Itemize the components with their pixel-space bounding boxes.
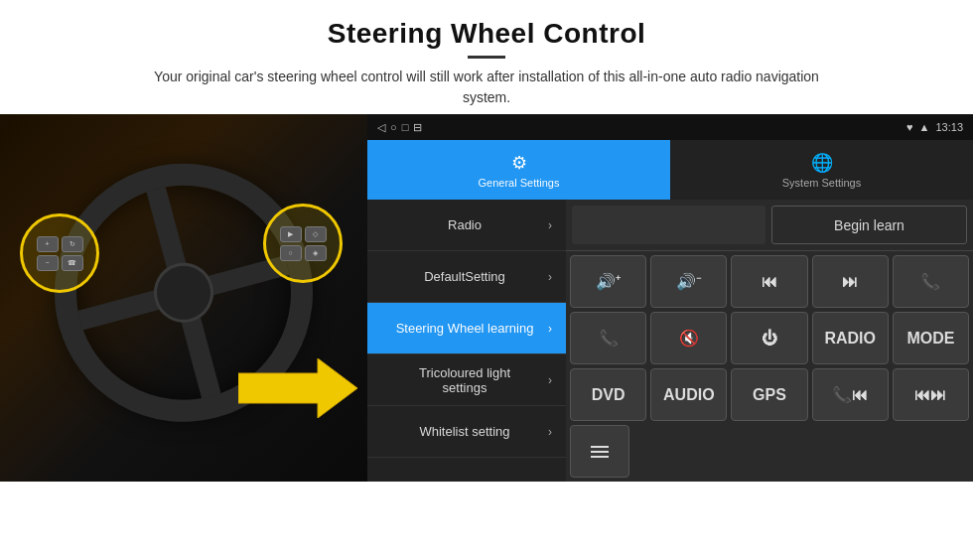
call-accept-icon: 📞 — [599, 329, 619, 348]
power-button[interactable]: ⏻ — [731, 312, 807, 364]
content-area: + ↻ − ☎ ▶ ◇ ○ ◈ — [0, 114, 973, 560]
prev-next-button[interactable]: ⏮⏭ — [893, 368, 969, 421]
menu-item-default-label: DefaultSetting — [381, 269, 548, 284]
location-icon: ♥ — [906, 121, 913, 133]
menu-item-steering-label: Steering Wheel learning — [381, 321, 548, 336]
steering-wheel-image: + ↻ − ☎ ▶ ◇ ○ ◈ — [0, 114, 367, 482]
chevron-icon: › — [548, 270, 552, 284]
tab-bar: ⚙ General Settings 🌐 System Settings — [367, 140, 973, 200]
main-content: Radio › DefaultSetting › Steering Wheel … — [367, 200, 973, 482]
vol-up-icon: 🔊+ — [596, 272, 621, 291]
mute-button[interactable]: 🔇 — [650, 312, 727, 364]
phone-prev-icon: 📞⏮ — [832, 385, 868, 404]
recent-icon[interactable]: □ — [402, 121, 409, 133]
nav-icons: ◁ ○ □ ⊟ — [377, 121, 422, 134]
radio-button[interactable]: RADIO — [812, 312, 889, 364]
tab-system-label: System Settings — [782, 177, 861, 189]
prev-button[interactable]: ⏮ — [731, 255, 807, 308]
chevron-icon: › — [548, 322, 552, 336]
tab-general-label: General Settings — [479, 177, 560, 189]
mode-label: MODE — [906, 330, 954, 348]
menu-item-radio[interactable]: Radio › — [367, 200, 566, 251]
signal-icon: ▲ — [919, 121, 930, 133]
menu-item-radio-label: Radio — [381, 217, 548, 232]
vol-up-button[interactable]: 🔊+ — [570, 255, 646, 308]
page-container: Steering Wheel Control Your original car… — [0, 0, 973, 560]
control-panel: Begin learn 🔊+ 🔊− — [566, 200, 973, 482]
ctrl-row-4 — [570, 425, 969, 478]
vol-down-icon: 🔊− — [676, 272, 701, 291]
radio-label: RADIO — [824, 330, 876, 348]
audio-button[interactable]: AUDIO — [650, 368, 727, 421]
android-ui-panel: ◁ ○ □ ⊟ ♥ ▲ 13:13 ⚙ General Settings — [367, 114, 973, 482]
control-button-grid: 🔊+ 🔊− ⏮ ⏭ 📞 — [566, 251, 973, 482]
top-controls: Begin learn — [566, 200, 973, 251]
phone-prev-button[interactable]: 📞⏮ — [812, 368, 889, 421]
chevron-icon: › — [548, 218, 552, 232]
ctrl-row-2: 📞 🔇 ⏻ RADIO MO — [570, 312, 969, 364]
key-input-box — [572, 206, 765, 244]
subtitle: Your original car's steering wheel contr… — [139, 67, 834, 108]
gps-button[interactable]: GPS — [731, 368, 807, 421]
status-bar: ◁ ○ □ ⊟ ♥ ▲ 13:13 — [367, 114, 973, 140]
menu-item-whitelist[interactable]: Whitelist setting › — [367, 406, 566, 458]
phone-button-1[interactable]: 📞 — [893, 255, 969, 308]
dvd-button[interactable]: DVD — [570, 368, 646, 421]
list-button[interactable] — [570, 425, 629, 478]
audio-label: AUDIO — [663, 386, 715, 404]
mode-button[interactable]: MODE — [893, 312, 969, 364]
direction-arrow — [238, 358, 357, 422]
tab-system-settings[interactable]: 🌐 System Settings — [670, 140, 973, 200]
next-icon: ⏭ — [842, 273, 858, 291]
begin-learn-button[interactable]: Begin learn — [771, 206, 967, 244]
vol-down-button[interactable]: 🔊− — [650, 255, 727, 308]
steering-wheel-bg: + ↻ − ☎ ▶ ◇ ○ ◈ — [0, 114, 367, 482]
prev-icon: ⏮ — [762, 273, 777, 291]
chevron-icon: › — [548, 425, 552, 439]
menu-item-default-setting[interactable]: DefaultSetting › — [367, 251, 566, 303]
menu-item-tricoloured[interactable]: Tricoloured lightsettings › — [367, 354, 566, 406]
gear-icon: ⚙ — [511, 152, 527, 174]
right-control-circle: ▶ ◇ ○ ◈ — [263, 204, 343, 283]
header: Steering Wheel Control Your original car… — [0, 0, 973, 114]
menu-panel: Radio › DefaultSetting › Steering Wheel … — [367, 200, 566, 482]
clock: 13:13 — [935, 121, 963, 133]
title-divider — [468, 56, 505, 59]
home-icon[interactable]: ○ — [390, 121, 397, 133]
steering-wheel-center — [147, 256, 219, 329]
gps-label: GPS — [753, 386, 786, 404]
next-button[interactable]: ⏭ — [812, 255, 889, 308]
menu-item-whitelist-label: Whitelist setting — [381, 424, 548, 439]
prev-next-icon: ⏮⏭ — [914, 386, 946, 404]
menu-icon[interactable]: ⊟ — [413, 121, 422, 134]
left-control-circle: + ↻ − ☎ — [20, 213, 99, 293]
mute-icon: 🔇 — [679, 329, 699, 348]
ctrl-row-3: DVD AUDIO GPS 📞⏮ — [570, 368, 969, 421]
ctrl-row-1: 🔊+ 🔊− ⏮ ⏭ 📞 — [570, 255, 969, 308]
phone-icon-1: 📞 — [920, 272, 940, 291]
menu-item-steering-wheel[interactable]: Steering Wheel learning › — [367, 303, 566, 354]
call-accept-button[interactable]: 📞 — [570, 312, 646, 364]
power-icon: ⏻ — [762, 330, 777, 348]
page-title: Steering Wheel Control — [40, 18, 933, 50]
status-right: ♥ ▲ 13:13 — [906, 121, 963, 133]
svg-marker-0 — [238, 358, 357, 418]
hamburger-icon — [591, 446, 609, 458]
menu-item-tricoloured-label: Tricoloured lightsettings — [381, 365, 548, 395]
tab-general-settings[interactable]: ⚙ General Settings — [367, 140, 670, 200]
dvd-label: DVD — [592, 386, 626, 404]
globe-icon: 🌐 — [811, 152, 833, 174]
chevron-icon: › — [548, 373, 552, 387]
back-icon[interactable]: ◁ — [377, 121, 385, 134]
